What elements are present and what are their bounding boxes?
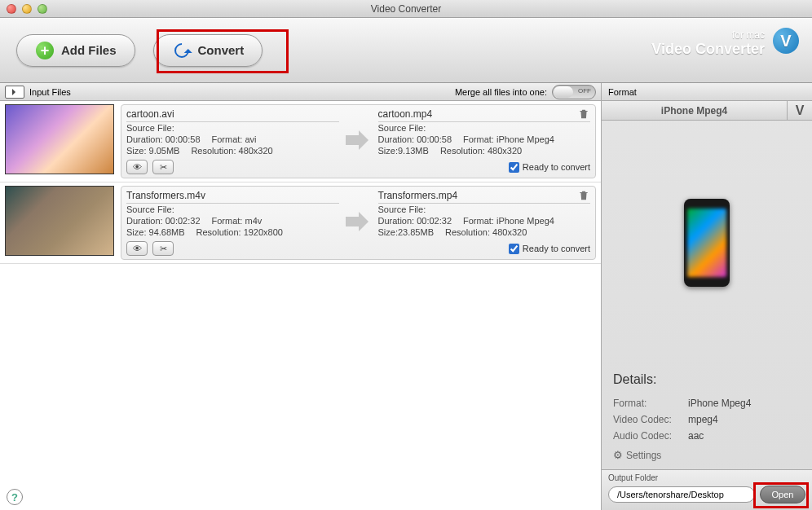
preview-button[interactable]: 👁 [126, 160, 148, 174]
merge-toggle[interactable]: OFF [552, 85, 596, 99]
file-item[interactable]: Transformers.m4v Source File: Duration: … [0, 182, 601, 264]
brand-badge-icon: V [773, 28, 799, 54]
window-title: Video Converter [371, 3, 442, 15]
eye-icon: 👁 [133, 162, 142, 172]
main-area: Input Files Merge all files into one: OF… [0, 83, 812, 510]
trash-icon [578, 190, 589, 201]
ready-checkbox-group[interactable]: Ready to convert [509, 162, 590, 173]
ready-label: Ready to convert [523, 244, 590, 253]
ready-label: Ready to convert [523, 162, 590, 172]
input-files-label: Input Files [29, 87, 71, 97]
gear-icon: ⚙ [613, 449, 623, 461]
close-window-button[interactable] [7, 4, 16, 14]
file-item[interactable]: cartoon.avi Source File: Duration: 00:00… [0, 101, 601, 182]
help-button[interactable]: ? [7, 489, 23, 505]
brand-line1: for mac [651, 29, 765, 41]
eye-icon: 👁 [133, 244, 142, 253]
trim-button[interactable]: ✂ [152, 160, 174, 174]
convert-label: Convert [198, 43, 245, 57]
target-filename: cartoon.mp4 [378, 107, 591, 122]
minimize-window-button[interactable] [22, 4, 32, 14]
titlebar: Video Converter [0, 0, 812, 18]
arrow-icon [342, 107, 375, 156]
arrow-icon [342, 188, 375, 238]
zoom-window-button[interactable] [38, 4, 47, 14]
convert-button[interactable]: Convert [153, 34, 263, 67]
ready-checkbox[interactable] [509, 162, 519, 173]
ready-checkbox-group[interactable]: Ready to convert [509, 244, 590, 254]
brand-line2: Video Converter [651, 41, 765, 58]
delete-button[interactable] [576, 107, 592, 121]
toggle-knob [554, 86, 573, 98]
add-files-label: Add Files [61, 43, 117, 57]
settings-label: Settings [626, 450, 661, 461]
format-selector: iPhone Mpeg4 V [602, 101, 812, 121]
output-folder-bar: Output Folder /Users/tenorshare/Desktop … [602, 469, 812, 510]
trash-icon [578, 108, 589, 120]
scissors-icon: ✂ [160, 162, 167, 173]
brand-block: for mac Video Converter V [651, 29, 797, 58]
video-thumbnail[interactable] [5, 186, 114, 256]
preview-button[interactable]: 👁 [126, 241, 148, 256]
right-panel: Format iPhone Mpeg4 V Details: Format:iP… [602, 83, 812, 510]
window-controls [7, 4, 47, 14]
output-folder-label: Output Folder [608, 473, 805, 482]
output-path-field[interactable]: /Users/tenorshare/Desktop [608, 486, 755, 503]
left-panel: Input Files Merge all files into one: OF… [0, 83, 602, 510]
toggle-state-label: OFF [578, 87, 591, 95]
format-profile-tab[interactable]: iPhone Mpeg4 [602, 101, 788, 120]
open-folder-button[interactable]: Open [760, 486, 805, 503]
format-header: Format [602, 83, 812, 101]
source-filename: cartoon.avi [126, 107, 339, 122]
source-filename: Transformers.m4v [126, 188, 339, 204]
input-files-header: Input Files Merge all files into one: OF… [0, 83, 601, 101]
scissors-icon: ✂ [160, 244, 167, 254]
merge-controls: Merge all files into one: OFF [455, 85, 596, 99]
plus-icon: + [35, 41, 55, 60]
file-list: cartoon.avi Source File: Duration: 00:00… [0, 101, 601, 510]
details-section: Details: Format:iPhone Mpeg4 Video Codec… [602, 364, 812, 469]
trim-button[interactable]: ✂ [152, 241, 174, 256]
delete-button[interactable] [576, 188, 592, 203]
iphone-icon [684, 199, 730, 287]
play-icon[interactable] [5, 86, 24, 99]
file-info-card: cartoon.avi Source File: Duration: 00:00… [121, 104, 596, 178]
ready-checkbox[interactable] [509, 244, 519, 254]
refresh-icon [172, 41, 192, 60]
add-files-button[interactable]: + Add Files [16, 34, 135, 67]
format-sidetab[interactable]: V [788, 101, 812, 120]
video-thumbnail[interactable] [5, 104, 114, 174]
details-title: Details: [613, 372, 801, 387]
merge-label: Merge all files into one: [455, 87, 547, 97]
settings-link[interactable]: ⚙ Settings [613, 449, 801, 461]
device-preview [602, 121, 812, 364]
target-filename: Transformers.mp4 [378, 188, 591, 204]
main-toolbar: + Add Files Convert for mac Video Conver… [0, 18, 812, 83]
file-info-card: Transformers.m4v Source File: Duration: … [121, 186, 596, 260]
